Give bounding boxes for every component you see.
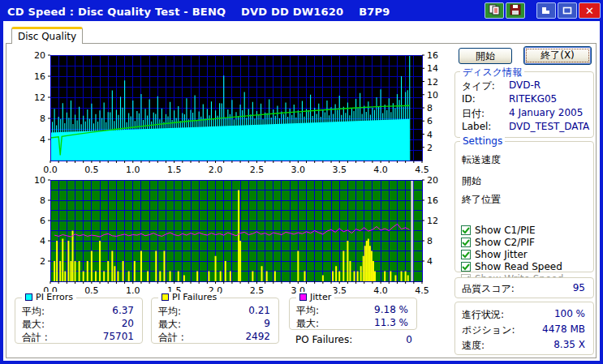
save-button[interactable]: [506, 2, 525, 19]
quality-score-label: 品質スコア:: [462, 282, 515, 296]
checkbox-checked-icon: [461, 262, 471, 272]
svg-text:6: 6: [427, 116, 433, 126]
svg-text:16: 16: [427, 195, 438, 206]
speed-label: 速度:: [462, 339, 485, 353]
svg-text:0.0: 0.0: [43, 165, 58, 175]
svg-text:14: 14: [427, 63, 438, 74]
svg-text:8: 8: [427, 103, 433, 113]
svg-text:1.0: 1.0: [126, 165, 140, 175]
checkbox-checked-icon: [461, 238, 471, 247]
max-value: 9: [264, 318, 270, 329]
max-label: 最大:: [158, 318, 181, 332]
checkbox-label: Show Read Speed: [475, 261, 562, 272]
max-label: 最大:: [296, 317, 319, 331]
start-position-label: 開始: [462, 174, 481, 188]
id-label: ID:: [462, 93, 476, 105]
disc-info-caption: ディスク情報: [460, 66, 524, 79]
pi-errors-stats-box: PI Errors 平均:6.37 最大:20 合計 :75701: [15, 298, 143, 344]
position-value: 4478 MB: [542, 323, 585, 335]
titlebar-buttons: ✕: [483, 2, 601, 19]
pi-errors-legend: PI Errors: [22, 292, 76, 302]
svg-text:16: 16: [427, 50, 438, 61]
pi-failures-stats-box: PI Failures 平均:0.21 最大:9 合計 :2492: [151, 298, 279, 344]
window-title: CD Speed : Disc Quality Test - BENQ DVD …: [2, 6, 390, 18]
svg-text:4: 4: [40, 135, 45, 145]
max-label: 最大:: [22, 318, 45, 332]
svg-text:1.0: 1.0: [126, 285, 140, 296]
svg-text:2.0: 2.0: [209, 165, 223, 175]
pi-failures-legend: PI Failures: [158, 292, 220, 302]
copy-button[interactable]: [485, 2, 504, 19]
checkbox-show-read-speed[interactable]: Show Read Speed: [461, 261, 562, 272]
svg-text:3.0: 3.0: [291, 165, 306, 175]
svg-text:1.5: 1.5: [167, 165, 182, 175]
transfer-speed-label: 転送速度: [462, 153, 501, 167]
pi-failures-swatch-icon: [162, 293, 169, 301]
max-value: 11.3 %: [374, 317, 408, 328]
id-value: RITEKG05: [509, 93, 557, 105]
avg-label: 平均:: [158, 305, 181, 319]
svg-text:2.5: 2.5: [250, 285, 265, 296]
checkbox-show-c2-pif[interactable]: Show C2/PIF: [461, 237, 535, 248]
po-failures-value: 0: [406, 334, 412, 345]
checkbox-checked-icon: [461, 225, 471, 235]
svg-text:4: 4: [427, 130, 433, 140]
svg-text:4.5: 4.5: [415, 165, 429, 175]
maximize-icon: [562, 3, 572, 19]
pi-errors-swatch-icon: [25, 293, 32, 301]
total-value: 75701: [103, 331, 134, 342]
checkbox-label: Show C2/PIF: [475, 237, 535, 248]
tab-disc-quality[interactable]: Disc Quality: [11, 27, 83, 44]
svg-text:4.0: 4.0: [373, 285, 388, 296]
svg-text:8: 8: [40, 113, 45, 124]
svg-text:8: 8: [40, 195, 45, 206]
total-label: 合計 :: [22, 331, 48, 345]
jitter-swatch-icon: [299, 293, 307, 301]
start-button-label: 開始: [476, 49, 495, 63]
save-icon: [510, 3, 521, 19]
svg-text:10: 10: [427, 90, 438, 101]
quality-score-value: 95: [573, 282, 585, 293]
max-value: 20: [122, 318, 134, 329]
svg-text:6: 6: [40, 216, 45, 226]
jitter-legend: Jitter: [296, 292, 334, 302]
avg-value: 9.18 %: [374, 304, 408, 315]
svg-text:4.5: 4.5: [415, 285, 429, 296]
svg-text:12: 12: [427, 77, 438, 88]
svg-text:16: 16: [34, 71, 45, 82]
app-window: CD Speed : Disc Quality Test - BENQ DVD …: [0, 0, 603, 364]
checkbox-show-jitter[interactable]: Show Jitter: [461, 249, 528, 260]
tab-label: Disc Quality: [18, 31, 76, 42]
checkbox-label: Show Jitter: [475, 249, 528, 260]
avg-label: 平均:: [296, 304, 319, 318]
total-label: 合計 :: [158, 331, 184, 345]
quality-score-group: 品質スコア: 95: [454, 277, 594, 298]
svg-text:20: 20: [34, 50, 45, 61]
avg-value: 0.21: [248, 305, 270, 316]
minimize-icon: [541, 3, 551, 19]
po-failures-row: PO Failures: 0: [295, 334, 416, 345]
jitter-legend-label: Jitter: [310, 292, 331, 302]
pi-errors-chart: 481216202468101214160.00.51.01.52.02.53.…: [6, 50, 450, 175]
svg-text:20: 20: [427, 175, 438, 186]
start-button[interactable]: 開始: [459, 48, 512, 64]
exit-button[interactable]: 終了(X): [523, 46, 592, 65]
label-value: DVD_TEST_DATA: [509, 121, 589, 132]
svg-text:2: 2: [40, 256, 45, 267]
svg-text:10: 10: [34, 175, 45, 186]
avg-value: 6.37: [112, 305, 134, 316]
type-label: タイプ:: [462, 79, 495, 93]
copy-icon: [489, 3, 500, 19]
date-label: 日付:: [462, 107, 485, 121]
svg-text:12: 12: [34, 92, 45, 103]
svg-text:2: 2: [427, 143, 433, 153]
checkbox-show-c1-pie[interactable]: Show C1/PIE: [461, 225, 536, 236]
svg-text:8: 8: [427, 236, 433, 246]
minimize-button[interactable]: [536, 2, 556, 19]
svg-text:2.5: 2.5: [250, 165, 265, 175]
po-failures-label: PO Failures:: [295, 334, 352, 345]
pi-failures-jitter-chart: 246810481216200.00.51.01.52.02.53.03.54.…: [6, 175, 450, 297]
checkbox-label: Show C1/PIE: [475, 225, 536, 236]
close-button[interactable]: ✕: [579, 2, 601, 19]
maximize-button[interactable]: [558, 2, 577, 19]
